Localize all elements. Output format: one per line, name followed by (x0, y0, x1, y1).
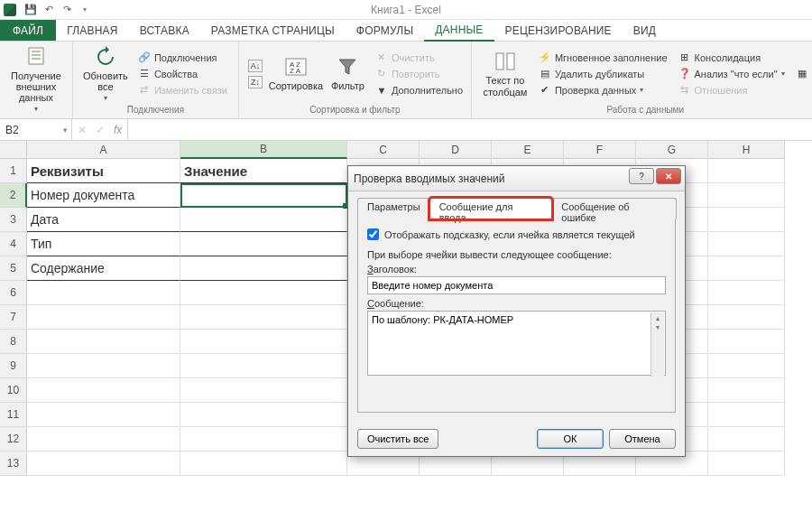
qat-customize[interactable]: ▾ (76, 2, 94, 18)
row-header-6[interactable]: 6 (0, 281, 27, 305)
tab-formulas[interactable]: ФОРМУЛЫ (346, 20, 424, 41)
cell-A1[interactable]: Реквизиты (27, 159, 180, 183)
tab-review[interactable]: РЕЦЕНЗИРОВАНИЕ (494, 20, 623, 41)
get-external-data-button[interactable]: Получение внешних данных ▾ (5, 43, 67, 115)
edit-links-button[interactable]: ⇄Изменить связи (136, 83, 229, 98)
clear-icon: ✕ (375, 51, 388, 64)
clear-filter-button[interactable]: ✕Очистить (374, 51, 465, 65)
column-header-D[interactable]: D (420, 141, 492, 159)
column-header-B[interactable]: B (180, 141, 347, 159)
show-input-tooltip-checkbox[interactable]: Отображать подсказку, если ячейка являет… (367, 228, 666, 240)
name-box[interactable]: B2 (0, 119, 72, 140)
column-header-G[interactable]: G (636, 141, 708, 159)
sort-label: Сортировка (269, 80, 323, 91)
row-header-9[interactable]: 9 (0, 354, 27, 378)
cell-A2[interactable]: Номер документа (27, 183, 180, 208)
svg-rect-2 (32, 54, 41, 56)
dialog-tab-parameters[interactable]: Параметры (357, 198, 430, 219)
column-header-A[interactable]: A (27, 141, 180, 159)
svg-rect-8 (507, 53, 514, 70)
what-if-button[interactable]: ❓Анализ "что если" ▾ (677, 67, 787, 81)
group-data-button[interactable]: ▦ (794, 67, 810, 81)
save-button[interactable]: 💾 (22, 2, 40, 18)
tab-layout[interactable]: РАЗМЕТКА СТРАНИЦЫ (200, 20, 346, 41)
advanced-filter-button[interactable]: ▼Дополнительно (374, 83, 465, 98)
cell-A4[interactable]: Тип (27, 232, 180, 256)
relationships-button[interactable]: ⇆Отношения (677, 83, 787, 98)
tab-insert[interactable]: ВСТАВКА (129, 20, 200, 41)
group-rows-icon: ▦ (796, 68, 808, 80)
ok-button[interactable]: ОК (537, 429, 604, 449)
connections-icon: 🔗 (138, 51, 151, 64)
quick-access-toolbar: 💾 ↶ ↷ ▾ Книга1 - Excel (0, 0, 812, 20)
column-header-F[interactable]: F (564, 141, 636, 159)
tooltip-message-input[interactable] (367, 311, 666, 376)
remove-duplicates-button[interactable]: ▤Удалить дубликаты (537, 67, 669, 81)
refresh-all-button[interactable]: Обновить все ▾ (78, 43, 133, 104)
sort-button[interactable]: A ZZ A Сортировка (266, 43, 326, 104)
relationships-icon: ⇆ (678, 84, 691, 97)
cell-B2[interactable] (180, 183, 347, 208)
row-header-5[interactable]: 5 (0, 256, 27, 281)
column-header-E[interactable]: E (492, 141, 564, 159)
row-header-8[interactable]: 8 (0, 330, 27, 354)
reapply-button[interactable]: ↻Повторить (374, 67, 465, 81)
cell-B4[interactable] (180, 232, 347, 256)
show-tooltip-check[interactable] (367, 228, 379, 240)
row-header-2[interactable]: 2 (0, 183, 27, 208)
dialog-tab-error-alert[interactable]: Сообщение об ошибке (551, 198, 677, 219)
tab-data[interactable]: ДАННЫЕ (424, 20, 494, 42)
clear-all-button[interactable]: Очистить все (357, 429, 438, 449)
insert-function-button[interactable]: fx (114, 124, 122, 136)
formula-input[interactable] (128, 119, 812, 140)
sort-az-button[interactable]: A↓ (246, 59, 264, 73)
row-header-11[interactable]: 11 (0, 403, 27, 427)
row-header-10[interactable]: 10 (0, 378, 27, 403)
row-header-13[interactable]: 13 (0, 451, 27, 476)
cell-A3[interactable]: Дата (27, 208, 180, 232)
formula-cancel-button[interactable]: ✕ (78, 124, 87, 136)
dialog-close-button[interactable]: ✕ (656, 168, 681, 184)
formula-enter-button[interactable]: ✓ (96, 124, 105, 136)
external-data-icon (23, 45, 49, 69)
data-validation-button[interactable]: ✔Проверка данных ▾ (537, 83, 669, 98)
dialog-title-bar[interactable]: Проверка вводимых значений ? ✕ (348, 166, 685, 191)
row-header-7[interactable]: 7 (0, 305, 27, 330)
text-to-columns-button[interactable]: Текст по столбцам (477, 43, 533, 104)
cell-A5[interactable]: Содержание (27, 256, 180, 281)
column-header-C[interactable]: C (347, 141, 420, 159)
tab-view[interactable]: ВИД (623, 20, 667, 41)
group-connections-label: Подключения (78, 104, 233, 116)
row-header-12[interactable]: 12 (0, 427, 27, 451)
cell-B3[interactable] (180, 208, 347, 232)
select-all-corner[interactable] (0, 141, 27, 159)
properties-icon: ☰ (138, 68, 151, 80)
flash-fill-button[interactable]: ⚡Мгновенное заполнение (537, 51, 669, 65)
column-header-H[interactable]: H (708, 141, 785, 159)
redo-button[interactable]: ↷ (58, 2, 76, 18)
row-header-3[interactable]: 3 (0, 208, 27, 232)
ribbon-tabs: ФАЙЛ ГЛАВНАЯ ВСТАВКА РАЗМЕТКА СТРАНИЦЫ Ф… (0, 20, 812, 42)
filter-button[interactable]: Фильтр (326, 43, 370, 104)
svg-text:Z A: Z A (290, 67, 301, 75)
consolidate-button[interactable]: ⊞Консолидация (677, 51, 787, 65)
tab-home[interactable]: ГЛАВНАЯ (56, 20, 128, 41)
dialog-tab-input-message[interactable]: Сообщение для ввода (429, 198, 553, 219)
tab-file[interactable]: ФАЙЛ (0, 20, 56, 41)
row-header-1[interactable]: 1 (0, 159, 27, 183)
cell-B1[interactable]: Значение (180, 159, 347, 183)
row-header-4[interactable]: 4 (0, 232, 27, 256)
cancel-button[interactable]: Отмена (609, 429, 676, 449)
dialog-help-button[interactable]: ? (629, 168, 654, 184)
svg-rect-1 (32, 51, 41, 52)
dialog-title: Проверка вводимых значений (354, 172, 505, 185)
cell-B5[interactable] (180, 256, 347, 281)
properties-button[interactable]: ☰Свойства (136, 67, 229, 81)
data-validation-dialog: Проверка вводимых значений ? ✕ Параметры… (347, 165, 686, 457)
sort-icon: A ZZ A (283, 55, 309, 79)
tooltip-title-input[interactable] (367, 276, 666, 294)
undo-button[interactable]: ↶ (40, 2, 58, 18)
sort-za-button[interactable]: Z↓ (246, 75, 264, 89)
connections-button[interactable]: 🔗Подключения (136, 51, 229, 65)
sort-za-icon: Z↓ (248, 76, 263, 88)
